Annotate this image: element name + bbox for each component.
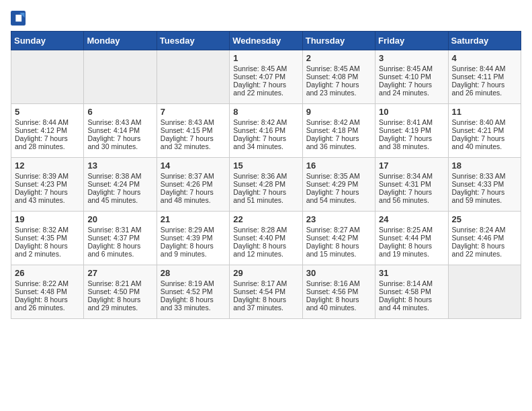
sunrise: Sunrise: 8:28 AM	[233, 226, 287, 234]
sunset: Sunset: 4:52 PM	[161, 287, 213, 295]
sunset: Sunset: 4:46 PM	[452, 234, 504, 242]
day-number: 11	[452, 107, 517, 117]
daylight: Daylight: 8 hours and 26 minutes.	[15, 295, 68, 312]
sunset: Sunset: 4:58 PM	[379, 287, 431, 295]
day-number: 15	[233, 161, 298, 171]
sunrise: Sunrise: 8:41 AM	[379, 118, 433, 126]
calendar-cell	[157, 50, 229, 104]
daylight: Daylight: 8 hours and 6 minutes.	[87, 242, 140, 258]
day-number: 16	[306, 161, 371, 171]
sunset: Sunset: 4:50 PM	[87, 287, 140, 295]
day-number: 2	[306, 53, 371, 63]
sunrise: Sunrise: 8:44 AM	[15, 118, 69, 126]
sunrise: Sunrise: 8:43 AM	[87, 118, 141, 126]
sunrise: Sunrise: 8:45 AM	[306, 64, 360, 73]
daylight: Daylight: 7 hours and 48 minutes.	[161, 188, 214, 204]
day-number: 31	[379, 268, 444, 278]
sunset: Sunset: 4:07 PM	[233, 73, 285, 81]
day-number: 21	[161, 214, 226, 224]
sunrise: Sunrise: 8:17 AM	[233, 279, 287, 287]
day-number: 9	[306, 107, 371, 117]
daylight: Daylight: 8 hours and 2 minutes.	[15, 242, 68, 258]
sunset: Sunset: 4:28 PM	[233, 180, 285, 188]
daylight: Daylight: 7 hours and 32 minutes.	[161, 134, 214, 150]
daylight: Daylight: 7 hours and 54 minutes.	[306, 188, 359, 204]
sunset: Sunset: 4:31 PM	[379, 180, 431, 188]
sunrise: Sunrise: 8:29 AM	[161, 226, 214, 234]
logo-icon	[11, 11, 26, 26]
calendar-cell: 23Sunrise: 8:27 AMSunset: 4:42 PMDayligh…	[302, 212, 375, 265]
page-header	[11, 11, 521, 26]
daylight: Daylight: 8 hours and 22 minutes.	[452, 242, 505, 258]
daylight: Daylight: 7 hours and 43 minutes.	[15, 188, 68, 204]
calendar-cell: 4Sunrise: 8:44 AMSunset: 4:11 PMDaylight…	[448, 50, 521, 104]
daylight: Daylight: 7 hours and 24 minutes.	[379, 81, 432, 97]
day-number: 8	[233, 107, 298, 117]
daylight: Daylight: 7 hours and 56 minutes.	[379, 188, 432, 204]
calendar-cell: 8Sunrise: 8:42 AMSunset: 4:16 PMDaylight…	[230, 104, 302, 158]
sunset: Sunset: 4:12 PM	[15, 126, 67, 134]
daylight: Daylight: 7 hours and 26 minutes.	[452, 81, 505, 97]
sunset: Sunset: 4:19 PM	[379, 126, 431, 134]
daylight: Daylight: 7 hours and 59 minutes.	[452, 188, 505, 204]
daylight: Daylight: 8 hours and 15 minutes.	[306, 242, 359, 258]
sunrise: Sunrise: 8:42 AM	[233, 118, 287, 126]
sunrise: Sunrise: 8:19 AM	[161, 279, 214, 287]
sunrise: Sunrise: 8:45 AM	[233, 64, 287, 73]
sunset: Sunset: 4:44 PM	[379, 234, 431, 242]
sunset: Sunset: 4:18 PM	[306, 126, 359, 134]
sunset: Sunset: 4:23 PM	[15, 180, 67, 188]
day-number: 27	[87, 268, 152, 278]
calendar-cell: 9Sunrise: 8:42 AMSunset: 4:18 PMDaylight…	[302, 104, 375, 158]
sunset: Sunset: 4:26 PM	[161, 180, 213, 188]
sunset: Sunset: 4:29 PM	[306, 180, 359, 188]
calendar-cell: 7Sunrise: 8:43 AMSunset: 4:15 PMDaylight…	[157, 104, 229, 158]
sunrise: Sunrise: 8:38 AM	[87, 172, 141, 180]
day-number: 24	[379, 214, 444, 224]
calendar-header-day: Wednesday	[230, 32, 302, 50]
calendar-cell: 18Sunrise: 8:33 AMSunset: 4:33 PMDayligh…	[448, 158, 521, 212]
sunrise: Sunrise: 8:31 AM	[87, 226, 141, 234]
daylight: Daylight: 7 hours and 36 minutes.	[306, 134, 359, 150]
sunrise: Sunrise: 8:25 AM	[379, 226, 433, 234]
sunset: Sunset: 4:35 PM	[15, 234, 67, 242]
daylight: Daylight: 8 hours and 37 minutes.	[233, 295, 286, 312]
sunset: Sunset: 4:56 PM	[306, 287, 359, 295]
sunset: Sunset: 4:48 PM	[15, 287, 67, 295]
calendar-cell: 21Sunrise: 8:29 AMSunset: 4:39 PMDayligh…	[157, 212, 229, 265]
logo	[11, 11, 28, 26]
sunset: Sunset: 4:37 PM	[87, 234, 140, 242]
day-number: 19	[15, 214, 80, 224]
sunset: Sunset: 4:33 PM	[452, 180, 504, 188]
daylight: Daylight: 7 hours and 45 minutes.	[87, 188, 140, 204]
day-number: 10	[379, 107, 444, 117]
sunrise: Sunrise: 8:33 AM	[452, 172, 506, 180]
calendar-cell: 17Sunrise: 8:34 AMSunset: 4:31 PMDayligh…	[375, 158, 448, 212]
day-number: 3	[379, 53, 444, 63]
sunset: Sunset: 4:40 PM	[233, 234, 285, 242]
calendar-header-day: Thursday	[302, 32, 375, 50]
daylight: Daylight: 7 hours and 30 minutes.	[87, 134, 140, 150]
day-number: 20	[87, 214, 152, 224]
calendar-cell: 22Sunrise: 8:28 AMSunset: 4:40 PMDayligh…	[230, 212, 302, 265]
sunrise: Sunrise: 8:24 AM	[452, 226, 506, 234]
day-number: 28	[161, 268, 226, 278]
calendar-header: SundayMondayTuesdayWednesdayThursdayFrid…	[11, 32, 521, 50]
calendar-header-day: Monday	[84, 32, 157, 50]
calendar-cell	[11, 50, 84, 104]
calendar-cell: 28Sunrise: 8:19 AMSunset: 4:52 PMDayligh…	[157, 265, 229, 319]
calendar-cell: 2Sunrise: 8:45 AMSunset: 4:08 PMDaylight…	[302, 50, 375, 104]
sunrise: Sunrise: 8:14 AM	[379, 279, 433, 287]
day-number: 6	[87, 107, 152, 117]
sunset: Sunset: 4:21 PM	[452, 126, 504, 134]
calendar-cell: 27Sunrise: 8:21 AMSunset: 4:50 PMDayligh…	[84, 265, 157, 319]
sunset: Sunset: 4:16 PM	[233, 126, 285, 134]
daylight: Daylight: 8 hours and 12 minutes.	[233, 242, 286, 258]
day-number: 7	[161, 107, 226, 117]
calendar-cell: 24Sunrise: 8:25 AMSunset: 4:44 PMDayligh…	[375, 212, 448, 265]
daylight: Daylight: 8 hours and 33 minutes.	[161, 295, 214, 312]
calendar-cell: 13Sunrise: 8:38 AMSunset: 4:24 PMDayligh…	[84, 158, 157, 212]
calendar-cell: 12Sunrise: 8:39 AMSunset: 4:23 PMDayligh…	[11, 158, 84, 212]
day-number: 12	[15, 161, 80, 171]
sunset: Sunset: 4:24 PM	[87, 180, 140, 188]
